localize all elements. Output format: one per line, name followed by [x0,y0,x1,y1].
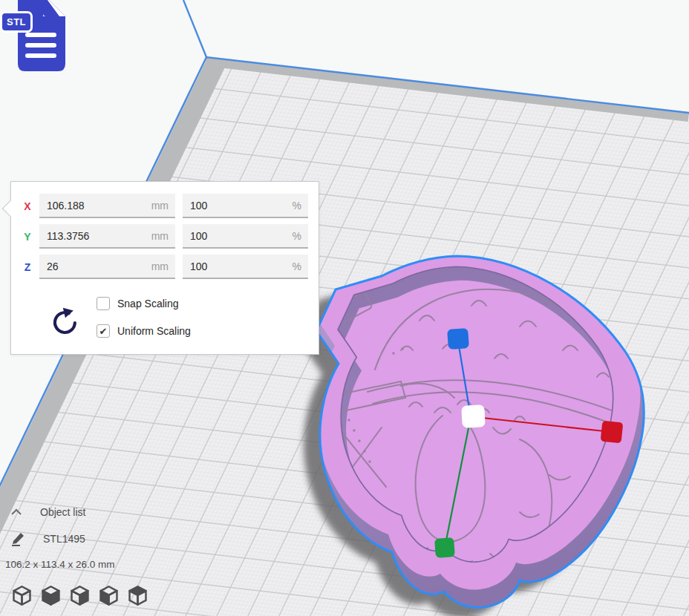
y-percent-field[interactable]: % [183,224,308,249]
view-left-button[interactable] [97,584,120,607]
stl-file-icon: STL [0,0,71,74]
scale-handle-x[interactable] [601,421,624,444]
pencil-icon [10,531,27,546]
view-front-button[interactable] [39,584,62,607]
view-right-icon [126,584,149,607]
object-list-item[interactable]: STL1495 [10,531,85,546]
view-top-icon [68,584,91,607]
x-size-field[interactable]: mm [39,194,175,218]
y-size-input[interactable] [39,230,175,242]
z-size-input[interactable] [39,261,175,272]
object-list-label: Object list [40,506,85,518]
y-size-field[interactable]: mm [39,224,175,249]
snap-scaling-row: Snap Scaling [97,296,179,311]
view-orientation-toolbar [10,584,149,607]
x-percent-input[interactable] [183,200,308,212]
chevron-up-icon [10,508,22,517]
uniform-scaling-row: ✔ Uniform Scaling [97,324,191,338]
axis-z-label: Z [22,261,33,273]
view-right-button[interactable] [126,584,149,607]
scale-row-y: Y mm % [22,224,308,249]
x-percent-field[interactable]: % [183,194,308,218]
stl-badge-label: STL [7,16,26,27]
view-left-icon [97,584,120,607]
y-percent-input[interactable] [183,230,308,242]
stl-badge: STL [0,11,33,33]
view-3d-button[interactable] [10,584,33,607]
object-name: STL1495 [43,533,85,545]
scale-handle-z[interactable] [447,328,469,350]
reset-icon [45,307,78,339]
snap-scaling-label: Snap Scaling [117,298,179,309]
scale-row-x: X mm % [22,194,308,218]
model-dimensions: 106.2 x 113.4 x 26.0 mm [5,559,115,570]
axis-x-label: X [22,200,33,212]
scale-handle-center[interactable] [461,404,486,428]
axis-y-label: Y [22,231,33,243]
view-3d-icon [10,584,33,607]
snap-scaling-checkbox[interactable] [97,297,110,310]
z-percent-input[interactable] [183,261,308,272]
uniform-scaling-label: Uniform Scaling [117,325,191,337]
x-size-input[interactable] [39,200,175,212]
z-size-field[interactable]: mm [39,255,175,279]
reset-scale-button[interactable] [45,307,78,339]
z-percent-field[interactable]: % [183,255,308,279]
scale-row-z: Z mm % [22,255,308,279]
scale-handle-y[interactable] [434,537,455,558]
view-front-icon [39,584,62,607]
scale-tool-panel: X mm % Y mm % Z mm [10,181,319,355]
view-top-button[interactable] [68,584,91,607]
uniform-scaling-checkbox[interactable]: ✔ [97,324,110,338]
object-list-header[interactable]: Object list [10,506,85,518]
